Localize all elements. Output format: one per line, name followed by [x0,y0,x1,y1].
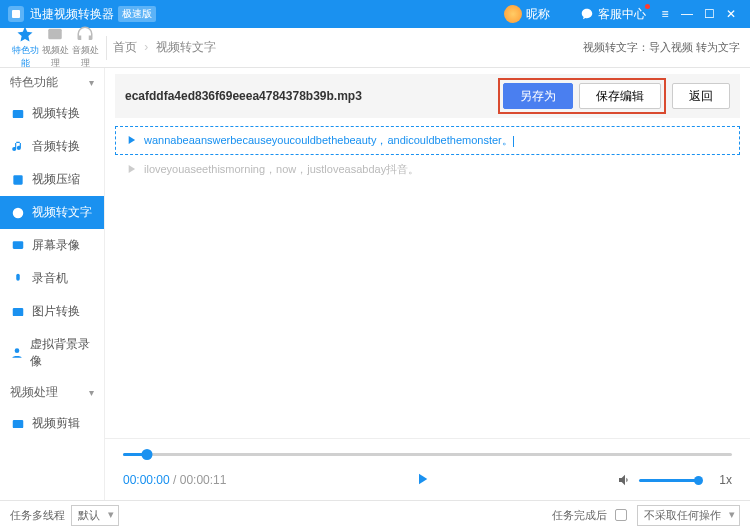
svg-rect-6 [16,273,20,280]
titlebar: 迅捷视频转换器 极速版 昵称 客服中心 ≡ — ☐ ✕ [0,0,750,28]
user-nickname[interactable]: 昵称 [526,6,550,23]
volume-control[interactable] [617,472,699,488]
sidebar-item-video-convert[interactable]: 视频转换 [0,97,104,130]
sidebar-item-video-compress[interactable]: 视频压缩 [0,163,104,196]
time-display: 00:00:00 / 00:00:11 [123,473,226,487]
settings-icon[interactable]: ≡ [654,7,676,21]
breadcrumb: 首页 › 视频转文字 [113,39,216,56]
close-button[interactable]: ✕ [720,7,742,21]
highlight-box: 另存为 保存编辑 [498,78,666,114]
star-icon [16,25,34,43]
film-icon [46,25,64,43]
minimize-button[interactable]: — [676,7,698,21]
service-center-button[interactable]: 客服中心 [580,6,646,23]
user-avatar-icon[interactable] [504,5,522,23]
save-as-button[interactable]: 另存为 [503,83,573,109]
sidebar-group-video[interactable]: 视频处理 ▾ [0,378,104,407]
svg-rect-3 [13,175,22,184]
sidebar: 特色功能 ▾ 视频转换 音频转换 视频压缩 视频转文字 屏幕录像 录音机 图片转… [0,68,105,500]
page-hint: 视频转文字：导入视频 转为文字 [583,40,740,55]
tab-feature[interactable]: 特色功能 [10,25,40,70]
play-icon [124,162,138,176]
file-header: ecafddfa4ed836f69eeea4784378b39b.mp3 另存为… [115,74,740,118]
speed-label[interactable]: 1x [719,473,732,487]
sidebar-item-screen-record[interactable]: 屏幕录像 [0,229,104,262]
chevron-down-icon: ▾ [89,77,94,88]
after-task-select[interactable]: 不采取任何操作 [637,505,740,526]
footer: 任务多线程 默认 任务完成后 不采取任何操作 [0,500,750,529]
app-title: 迅捷视频转换器 [30,6,114,23]
svg-rect-5 [13,241,24,249]
transcript-line[interactable]: wannabeaanswerbecauseyoucouldbethebeauty… [115,126,740,155]
chat-icon [580,7,594,21]
transcript-line[interactable]: iloveyouaseethismorning，now，justloveasab… [115,155,740,184]
svg-rect-2 [13,109,24,117]
toolbar: 特色功能 视频处理 音频处理 首页 › 视频转文字 视频转文字：导入视频 转为文… [0,28,750,68]
tab-video[interactable]: 视频处理 [40,25,70,70]
speaker-icon [617,472,633,488]
transcript-area[interactable]: wannabeaanswerbecauseyoucouldbethebeauty… [115,126,740,434]
multithread-label: 任务多线程 [10,508,65,523]
sidebar-item-video-edit[interactable]: 视频剪辑 [0,407,104,440]
sidebar-item-audio-convert[interactable]: 音频转换 [0,130,104,163]
sidebar-group-feature[interactable]: 特色功能 ▾ [0,68,104,97]
progress-knob[interactable] [142,449,153,460]
sidebar-item-video-to-text[interactable]: 视频转文字 [0,196,104,229]
headphone-icon [76,25,94,43]
svg-rect-7 [13,307,24,315]
notification-dot-icon [645,4,650,9]
multithread-select[interactable]: 默认 [71,505,119,526]
play-button[interactable] [226,470,617,491]
sidebar-item-recorder[interactable]: 录音机 [0,262,104,295]
chevron-down-icon: ▾ [89,387,94,398]
breadcrumb-home[interactable]: 首页 [113,40,137,54]
app-logo-icon [8,6,24,22]
after-task-checkbox[interactable] [615,509,627,521]
play-icon [124,133,138,147]
maximize-button[interactable]: ☐ [698,7,720,21]
player: 00:00:00 / 00:00:11 1x [105,438,750,500]
svg-point-4 [13,207,24,218]
volume-slider[interactable] [639,479,699,482]
svg-rect-1 [48,29,62,40]
svg-rect-9 [13,419,24,427]
svg-point-8 [15,348,20,353]
sidebar-item-virtual-bg[interactable]: 虚拟背景录像 [0,328,104,378]
svg-rect-0 [12,10,20,18]
tab-audio[interactable]: 音频处理 [70,25,100,70]
progress-track[interactable] [123,445,732,463]
back-button[interactable]: 返回 [672,83,730,109]
after-task-label: 任务完成后 [552,508,607,523]
sidebar-item-image-convert[interactable]: 图片转换 [0,295,104,328]
save-edit-button[interactable]: 保存编辑 [579,83,661,109]
edition-badge: 极速版 [118,6,156,22]
file-name: ecafddfa4ed836f69eeea4784378b39b.mp3 [125,89,492,103]
breadcrumb-current: 视频转文字 [156,40,216,54]
